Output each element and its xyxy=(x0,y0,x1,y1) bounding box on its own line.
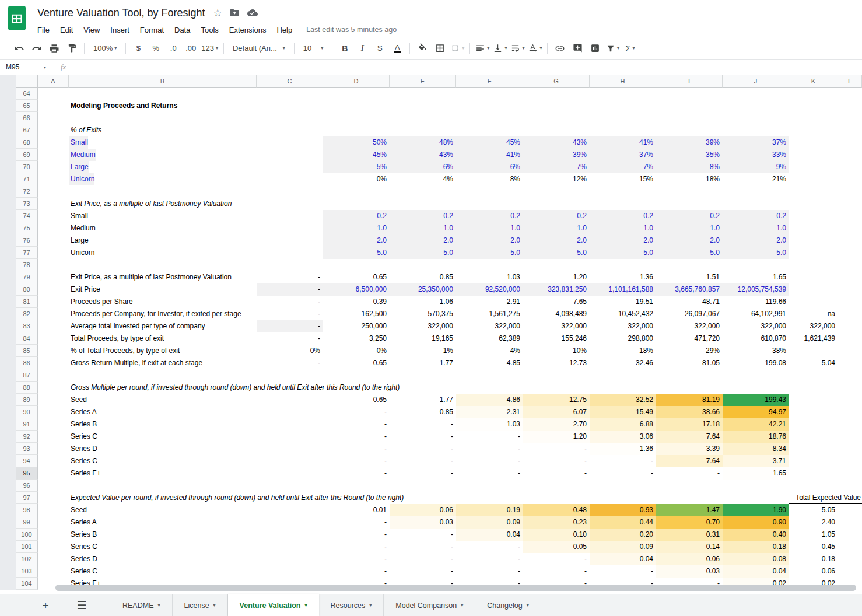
cell-J84[interactable]: 610,870 xyxy=(723,332,789,345)
redo-button[interactable] xyxy=(30,41,44,56)
row-header-82[interactable]: 82 xyxy=(16,308,38,320)
cell-F90[interactable]: 2.31 xyxy=(456,406,523,418)
cell-H81[interactable]: 19.51 xyxy=(590,296,656,308)
row-header-72[interactable]: 72 xyxy=(16,186,38,198)
cell-I79[interactable]: 1.51 xyxy=(656,271,723,284)
cell-D100[interactable]: - xyxy=(323,528,390,541)
horizontal-scrollbar[interactable] xyxy=(55,584,856,591)
cell-G80[interactable]: 323,831,250 xyxy=(523,284,590,296)
cell-K99[interactable]: 2.40 xyxy=(789,516,838,528)
cell-G101[interactable]: 0.05 xyxy=(523,541,590,553)
cell-H74[interactable]: 0.2 xyxy=(590,210,656,222)
cell-G82[interactable]: 4,098,489 xyxy=(523,308,590,320)
cell-E84[interactable]: 19,165 xyxy=(390,332,456,345)
cell-D103[interactable]: - xyxy=(323,565,390,578)
cell-B73[interactable]: Exit Price, as a multiple of last Postmo… xyxy=(69,198,232,210)
menu-item-tools[interactable]: Tools xyxy=(201,26,218,34)
cell-H86[interactable]: 32.46 xyxy=(590,357,656,369)
row-header-67[interactable]: 67 xyxy=(16,124,38,136)
cell-E80[interactable]: 25,350,000 xyxy=(390,284,456,296)
cell-B88[interactable]: Gross Multiple per round, if invested th… xyxy=(69,382,400,394)
cell-H75[interactable]: 1.0 xyxy=(590,222,656,235)
cell-F101[interactable]: - xyxy=(456,541,523,553)
cell-H85[interactable]: 18% xyxy=(590,345,656,357)
row-header-90[interactable]: 90 xyxy=(16,406,38,418)
cell-D102[interactable]: - xyxy=(323,553,390,565)
cell-B67[interactable]: % of Exits xyxy=(69,124,101,136)
cell-B99[interactable]: Series A xyxy=(69,516,97,528)
cell-I99[interactable]: 0.70 xyxy=(656,516,723,528)
tab-dropdown-arrow[interactable]: ▾ xyxy=(461,603,463,608)
cell-F103[interactable]: - xyxy=(456,565,523,578)
sheet-tab-model-comparison[interactable]: Model Comparison▾ xyxy=(384,594,475,616)
formula-input[interactable] xyxy=(74,60,862,75)
cell-B65[interactable]: Modeling Proceeds and Returns xyxy=(69,100,177,112)
cell-I83[interactable]: 322,000 xyxy=(656,320,723,332)
cell-C84[interactable]: - xyxy=(257,332,323,345)
menu-item-help[interactable]: Help xyxy=(276,26,292,34)
row-header-85[interactable]: 85 xyxy=(16,345,38,357)
tab-dropdown-arrow[interactable]: ▾ xyxy=(157,603,160,608)
cell-G100[interactable]: 0.10 xyxy=(523,528,590,541)
cell-E93[interactable]: - xyxy=(390,443,456,455)
cell-J68[interactable]: 37% xyxy=(723,136,789,149)
tab-dropdown-arrow[interactable]: ▾ xyxy=(305,603,307,608)
cell-C80[interactable]: - xyxy=(257,284,323,296)
paint-format-button[interactable] xyxy=(65,41,79,56)
column-header-C[interactable]: C xyxy=(257,75,323,88)
create-filter-button[interactable]: ▾ xyxy=(605,41,619,56)
cell-K102[interactable]: 0.18 xyxy=(789,553,838,565)
cell-H95[interactable]: - xyxy=(590,467,656,480)
cell-H83[interactable]: 322,000 xyxy=(590,320,656,332)
cell-B79[interactable]: Exit Price, as a multiple of last Postmo… xyxy=(69,271,232,284)
print-button[interactable] xyxy=(47,41,61,56)
cell-I92[interactable]: 7.64 xyxy=(656,430,723,443)
cell-H69[interactable]: 37% xyxy=(590,149,656,161)
vertical-align-button[interactable]: ▾ xyxy=(493,41,507,56)
text-rotation-button[interactable]: ▾ xyxy=(528,41,542,56)
row-header-84[interactable]: 84 xyxy=(16,332,38,345)
cell-B91[interactable]: Series B xyxy=(69,418,97,430)
cell-J83[interactable]: 322,000 xyxy=(723,320,789,332)
cell-B98[interactable]: Seed xyxy=(69,504,87,516)
cell-K100[interactable]: 1.05 xyxy=(789,528,838,541)
cell-G91[interactable]: 2.70 xyxy=(523,418,590,430)
column-header-A[interactable]: A xyxy=(38,75,69,88)
cell-I82[interactable]: 26,097,067 xyxy=(656,308,723,320)
last-edit-link[interactable]: Last edit was 5 minutes ago xyxy=(306,26,397,34)
bold-button[interactable]: B xyxy=(338,41,352,56)
cell-J101[interactable]: 0.18 xyxy=(723,541,789,553)
cell-B80[interactable]: Exit Price xyxy=(69,284,100,296)
row-header-98[interactable]: 98 xyxy=(16,504,38,516)
cell-G75[interactable]: 1.0 xyxy=(523,222,590,235)
cell-F98[interactable]: 0.19 xyxy=(456,504,523,516)
tab-dropdown-arrow[interactable]: ▾ xyxy=(213,603,216,608)
cell-I91[interactable]: 17.18 xyxy=(656,418,723,430)
cell-J94[interactable]: 3.71 xyxy=(723,455,789,467)
cell-B82[interactable]: Proceeds per Company, for Investor, if e… xyxy=(69,308,241,320)
more-formats-button[interactable]: 123▾ xyxy=(201,41,218,56)
row-header-92[interactable]: 92 xyxy=(16,430,38,443)
cell-E71[interactable]: 4% xyxy=(390,173,456,186)
cell-I86[interactable]: 81.05 xyxy=(656,357,723,369)
cell-E81[interactable]: 1.06 xyxy=(390,296,456,308)
row-header-78[interactable]: 78 xyxy=(16,259,38,271)
cell-C79[interactable]: - xyxy=(257,271,323,284)
row-header-87[interactable]: 87 xyxy=(16,369,38,382)
cell-E91[interactable]: - xyxy=(390,418,456,430)
cell-J79[interactable]: 1.65 xyxy=(723,271,789,284)
cell-I85[interactable]: 29% xyxy=(656,345,723,357)
cell-H92[interactable]: 3.06 xyxy=(590,430,656,443)
cell-H82[interactable]: 10,452,432 xyxy=(590,308,656,320)
decrease-decimal-button[interactable]: .0 xyxy=(166,41,180,56)
cell-G70[interactable]: 7% xyxy=(523,161,590,173)
row-header-77[interactable]: 77 xyxy=(16,247,38,259)
row-header-104[interactable]: 104 xyxy=(16,578,38,590)
cell-I100[interactable]: 0.31 xyxy=(656,528,723,541)
row-header-89[interactable]: 89 xyxy=(16,394,38,406)
cell-F86[interactable]: 4.85 xyxy=(456,357,523,369)
cell-D93[interactable]: - xyxy=(323,443,390,455)
cell-G74[interactable]: 0.2 xyxy=(523,210,590,222)
cell-D99[interactable]: - xyxy=(323,516,390,528)
row-header-88[interactable]: 88 xyxy=(16,382,38,394)
